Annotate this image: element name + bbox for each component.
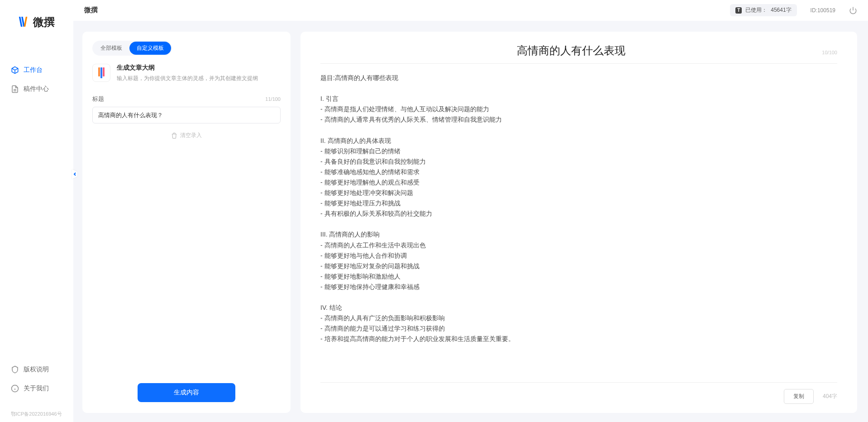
books-icon [92, 64, 110, 82]
template-tabs: 全部模板 自定义模板 [92, 41, 172, 56]
sidebar-item-drafts[interactable]: 稿件中心 [5, 81, 69, 98]
topbar: 微撰 T 已使用： 45641字 ID:100519 [73, 0, 868, 21]
trash-icon [171, 133, 177, 139]
info-icon [11, 384, 19, 393]
topbar-right: T 已使用： 45641字 ID:100519 [730, 4, 857, 16]
sidebar-item-label: 关于我们 [24, 384, 49, 393]
user-id: ID:100519 [811, 7, 835, 14]
sidebar-bottom: 版权说明 关于我们 [0, 361, 73, 408]
sidebar-item-label: 版权说明 [24, 365, 49, 374]
document-title: 高情商的人有什么表现 [320, 43, 822, 58]
main: 微撰 T 已使用： 45641字 ID:100519 全部模板 自定义模板 [73, 0, 868, 422]
document-body[interactable]: 题目:高情商的人有哪些表现 I. 引言 - 高情商是指人们处理情绪、与他人互动以… [320, 73, 837, 378]
brand-logo: \\/ 微撰 [0, 14, 73, 30]
title-input[interactable] [92, 107, 281, 123]
document-icon [11, 85, 19, 93]
template-card: 生成文章大纲 输入标题，为你提供文章主体的灵感，并为其创建推文提纲 [92, 64, 281, 82]
content: 全部模板 自定义模板 生成文章大纲 输入标题，为你提供文章主体的灵感，并为其创建… [73, 21, 868, 422]
field-char-count: 11/100 [265, 96, 281, 102]
icp-number: 鄂ICP备2022016946号 [0, 408, 73, 422]
brand-name: 微撰 [33, 15, 55, 29]
clear-input-button[interactable]: 清空录入 [92, 132, 281, 139]
usage-badge[interactable]: T 已使用： 45641字 [730, 4, 796, 16]
generate-button[interactable]: 生成内容 [138, 383, 235, 402]
usage-value: 45641字 [771, 6, 791, 14]
field-label: 标题 [92, 95, 104, 103]
sidebar-item-copyright[interactable]: 版权说明 [5, 361, 69, 378]
page-title: 微撰 [84, 6, 98, 14]
output-panel: 高情商的人有什么表现 10/100 题目:高情商的人有哪些表现 I. 引言 - … [300, 32, 857, 413]
config-panel: 全部模板 自定义模板 生成文章大纲 输入标题，为你提供文章主体的灵感，并为其创建… [82, 32, 291, 413]
template-desc: 输入标题，为你提供文章主体的灵感，并为其创建推文提纲 [117, 75, 258, 82]
usage-label: 已使用： [745, 6, 767, 14]
clear-label: 清空录入 [180, 132, 202, 139]
logo-mark-icon: \\/ [19, 14, 30, 30]
document-title-count: 10/100 [822, 50, 837, 55]
template-title: 生成文章大纲 [117, 64, 258, 72]
t-icon: T [735, 7, 742, 14]
tab-custom-templates[interactable]: 自定义模板 [129, 42, 171, 55]
shield-icon [11, 365, 19, 374]
tab-all-templates[interactable]: 全部模板 [93, 42, 129, 55]
power-icon[interactable] [849, 6, 857, 14]
sidebar-item-workspace[interactable]: 工作台 [5, 62, 69, 79]
sidebar: \\/ 微撰 工作台 稿件中心 [0, 0, 73, 422]
sidebar-nav: 工作台 稿件中心 [0, 62, 73, 361]
sidebar-item-label: 工作台 [24, 66, 43, 74]
sidebar-item-about[interactable]: 关于我们 [5, 380, 69, 397]
sidebar-collapse-handle[interactable] [72, 168, 78, 180]
word-count: 404字 [823, 393, 837, 400]
cube-icon [11, 66, 19, 74]
sidebar-item-label: 稿件中心 [24, 85, 49, 93]
copy-button[interactable]: 复制 [784, 389, 814, 404]
